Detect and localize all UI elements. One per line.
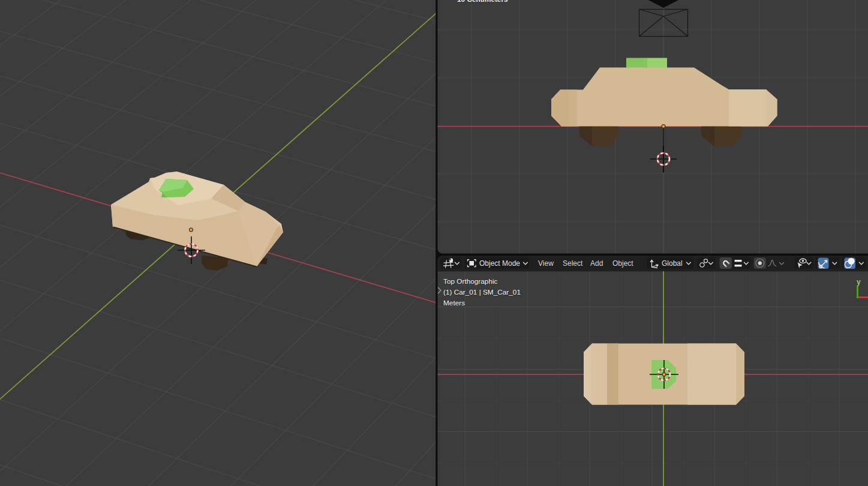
- svg-text:Object Mode: Object Mode: [479, 259, 520, 268]
- svg-text:Select: Select: [563, 259, 583, 268]
- svg-text:View: View: [538, 259, 554, 268]
- svg-text:(1) Car_01 | SM_Car_01: (1) Car_01 | SM_Car_01: [443, 288, 521, 296]
- svg-text:Add: Add: [590, 259, 603, 268]
- svg-text:10 Centimeters: 10 Centimeters: [457, 0, 508, 4]
- svg-text:Global: Global: [662, 259, 683, 268]
- svg-text:Top Orthographic: Top Orthographic: [443, 277, 498, 286]
- svg-text:y: y: [857, 278, 861, 286]
- svg-text:Object: Object: [612, 259, 633, 268]
- svg-text:Meters: Meters: [443, 299, 465, 307]
